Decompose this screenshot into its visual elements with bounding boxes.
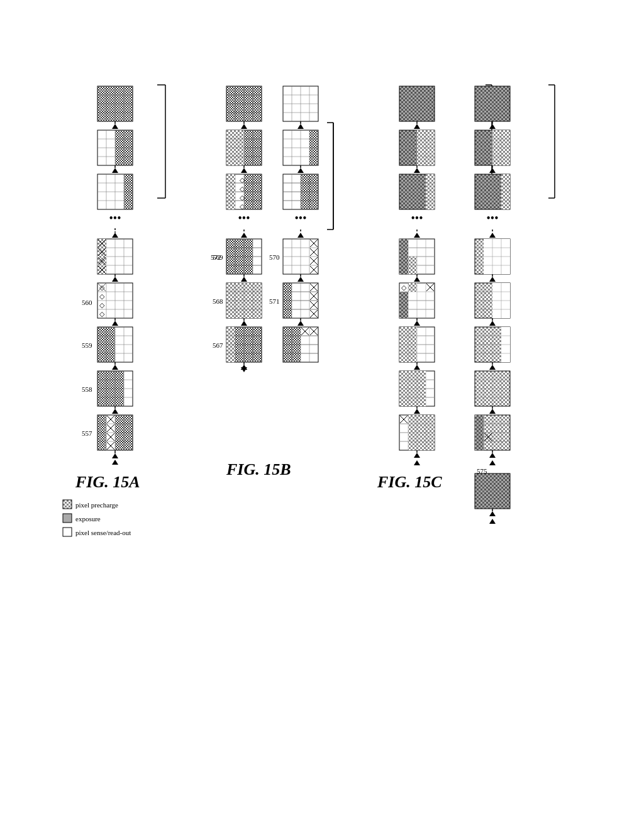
svg-marker-495 — [414, 409, 420, 414]
svg-rect-33 — [97, 113, 106, 121]
svg-rect-143 — [115, 397, 124, 406]
svg-text:◇: ◇ — [401, 284, 407, 291]
svg-rect-46 — [115, 130, 124, 139]
svg-rect-116 — [97, 336, 106, 345]
svg-rect-31 — [115, 104, 124, 113]
svg-rect-27 — [115, 95, 124, 104]
svg-marker-450 — [414, 277, 420, 282]
svg-rect-217 — [235, 148, 244, 157]
svg-rect-216 — [235, 139, 244, 148]
svg-rect-236 — [226, 201, 235, 209]
svg-marker-604 — [489, 409, 496, 414]
svg-rect-32 — [124, 104, 133, 113]
svg-marker-145 — [112, 409, 118, 414]
svg-marker-480 — [414, 365, 420, 370]
svg-text:FIG. 15C: FIG. 15C — [377, 473, 442, 491]
svg-marker-422 — [414, 168, 420, 173]
svg-rect-26 — [106, 95, 115, 104]
svg-marker-89 — [112, 277, 118, 282]
svg-rect-139 — [106, 389, 115, 397]
svg-rect-171 — [124, 424, 133, 433]
svg-marker-309 — [297, 124, 304, 129]
svg-text:◇: ◇ — [99, 310, 105, 318]
svg-text:◇: ◇ — [99, 292, 105, 300]
svg-marker-123 — [112, 365, 118, 370]
svg-marker-408 — [414, 124, 420, 129]
svg-marker-280 — [241, 321, 247, 326]
svg-rect-34 — [106, 113, 115, 121]
svg-rect-166 — [115, 415, 124, 424]
svg-marker-619 — [489, 453, 496, 458]
svg-marker-595 — [489, 365, 496, 370]
svg-rect-24 — [124, 86, 133, 95]
svg-text:568: 568 — [213, 297, 223, 305]
svg-rect-23 — [115, 86, 124, 95]
svg-text:572: 572 — [211, 253, 221, 261]
svg-text:pixel precharge: pixel precharge — [75, 501, 118, 509]
svg-rect-320 — [309, 148, 318, 157]
patent-diagram: ••• ◇ ◇ ◇ — [0, 72, 644, 789]
svg-text:exposure: exposure — [75, 515, 101, 523]
svg-marker-263 — [241, 277, 247, 282]
svg-rect-28 — [124, 95, 133, 104]
svg-rect-51 — [124, 148, 133, 157]
svg-text:560: 560 — [82, 299, 92, 306]
svg-rect-212 — [226, 139, 235, 148]
svg-rect-137 — [115, 380, 124, 389]
svg-rect-169 — [115, 441, 124, 450]
svg-rect-164 — [97, 433, 106, 441]
svg-rect-134 — [115, 371, 124, 380]
svg-rect-63 — [124, 174, 133, 183]
svg-rect-136 — [106, 380, 115, 389]
svg-rect-162 — [97, 415, 106, 424]
svg-text:571: 571 — [269, 297, 280, 305]
svg-text:◇: ◇ — [99, 284, 105, 291]
svg-rect-21 — [97, 86, 106, 95]
svg-text:◇: ◇ — [99, 301, 105, 309]
svg-rect-65 — [124, 192, 133, 201]
svg-text:559: 559 — [82, 341, 92, 349]
svg-marker-582 — [489, 321, 496, 326]
svg-marker-630 — [489, 511, 496, 516]
svg-rect-35 — [115, 113, 124, 121]
svg-rect-52 — [115, 157, 124, 165]
svg-marker-525 — [489, 124, 496, 129]
svg-marker-514 — [414, 460, 420, 465]
svg-rect-120 — [97, 353, 106, 362]
svg-rect-25 — [97, 95, 106, 104]
svg-marker-621 — [489, 460, 496, 465]
svg-marker-105 — [112, 321, 118, 326]
svg-marker-539 — [489, 168, 496, 173]
svg-rect-181 — [63, 514, 72, 523]
svg-rect-172 — [124, 433, 133, 441]
svg-rect-118 — [97, 345, 106, 353]
svg-rect-132 — [97, 371, 106, 380]
svg-rect-318 — [309, 130, 318, 139]
svg-rect-119 — [106, 345, 115, 353]
svg-text:pixel sense/read-out: pixel sense/read-out — [75, 529, 131, 536]
svg-rect-183 — [63, 528, 72, 536]
svg-rect-167 — [115, 424, 124, 433]
svg-rect-173 — [124, 441, 133, 450]
svg-marker-466 — [414, 321, 420, 326]
svg-rect-460 — [408, 283, 417, 292]
svg-text:570: 570 — [269, 253, 280, 261]
svg-rect-234 — [226, 183, 235, 192]
svg-marker-512 — [414, 453, 420, 458]
svg-rect-168 — [115, 433, 124, 441]
svg-rect-66 — [124, 201, 133, 209]
svg-marker-247 — [241, 233, 247, 238]
svg-marker-337 — [297, 233, 304, 238]
svg-rect-29 — [97, 104, 106, 113]
svg-rect-142 — [106, 397, 115, 406]
svg-rect-218 — [235, 157, 244, 165]
svg-text:•••: ••• — [109, 212, 121, 224]
svg-rect-140 — [115, 389, 124, 397]
svg-rect-47 — [124, 130, 133, 139]
svg-text:FIG. 15B: FIG. 15B — [226, 460, 291, 479]
svg-marker-568 — [489, 277, 496, 282]
svg-marker-436 — [414, 233, 420, 238]
svg-rect-319 — [309, 139, 318, 148]
svg-marker-632 — [489, 519, 496, 524]
svg-rect-179 — [63, 500, 72, 509]
